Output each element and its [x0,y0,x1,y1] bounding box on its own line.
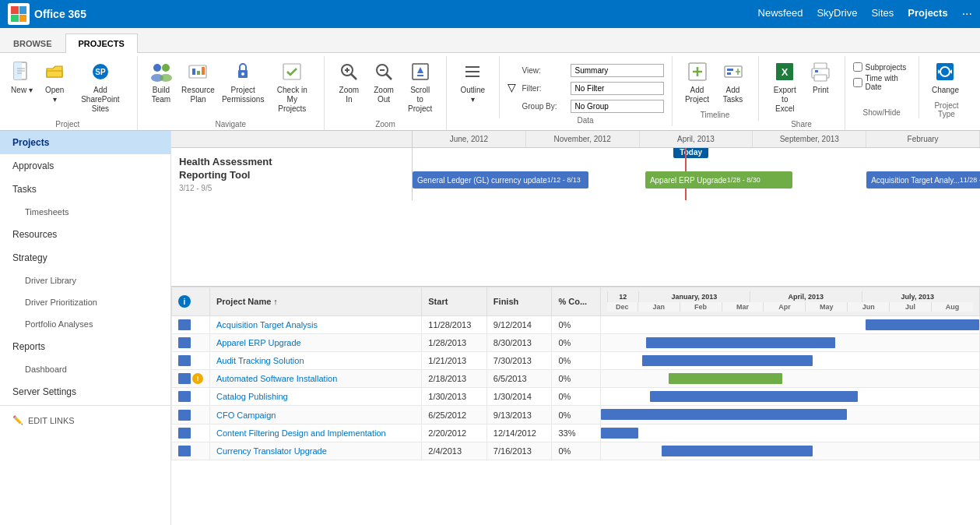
gantt-mini-bar [650,391,858,402]
nav-skydrive[interactable]: SkyDrive [817,7,857,21]
row-pct-cell: 0% [552,388,600,406]
row-pct-cell: 0% [552,352,600,370]
build-team-button[interactable]: BuildTeam [146,56,177,107]
svg-point-15 [160,74,172,82]
sidebar-item-portfolio-analyses[interactable]: Portfolio Analyses [0,313,170,335]
row-name-cell[interactable]: Audit Tracking Solution [210,352,422,370]
nav-sites[interactable]: Sites [871,7,894,21]
project-permissions-button[interactable]: ProjectPermissions [220,56,267,107]
row-icon-cell [172,316,210,334]
edit-links[interactable]: ✏️ EDIT LINKS [0,407,170,433]
group-dropdown-row: Group By: No Group [522,100,664,113]
sidebar-item-driver-library[interactable]: Driver Library [0,270,170,291]
project-link[interactable]: Audit Tracking Solution [216,356,304,365]
row-name-cell[interactable]: Content Filtering Design and Implementat… [210,424,422,442]
table-row: Content Filtering Design and Implementat… [172,424,980,442]
time-with-date-label: Time with Date [866,74,911,91]
print-button[interactable]: Print [805,56,836,98]
row-pct-cell: 0% [552,442,600,460]
project-group-label: Project [6,117,129,130]
project-icon [178,428,191,439]
showhide-group-label: Show/Hide [853,105,911,118]
resource-plan-icon [185,59,210,84]
col-start[interactable]: Start [422,287,487,316]
gantt-left-spacer [171,131,413,147]
row-start-cell: 2/18/2013 [422,370,487,388]
sidebar-item-server-settings[interactable]: Server Settings [0,380,170,403]
main-layout: Projects Approvals Tasks Timesheets Reso… [0,131,980,525]
nav-projects[interactable]: Projects [908,7,947,21]
ribbon-group-timeline: AddProject AddTasks Timeline [673,56,759,121]
svg-rect-49 [815,70,818,72]
gantt-bar-apparel[interactable]: Apparel ERP Upgrade1/28 - 8/30 [645,171,793,189]
group-select[interactable]: No Group [571,100,664,113]
project-link[interactable]: Acquisition Target Analysis [216,320,318,329]
project-link[interactable]: Apparel ERP Upgrade [216,338,301,347]
ribbon-group-project: New ▾ Open ▾ SP Add SharePointSites Proj… [6,56,138,130]
sidebar-item-tasks[interactable]: Tasks [0,178,170,201]
row-name-cell[interactable]: Currency Translator Upgrade [210,442,422,460]
scroll-to-button[interactable]: Scroll toProject [402,56,438,117]
zoom-out-button[interactable]: ZoomOut [367,56,401,107]
outline-button[interactable]: Outline ▾ [455,56,491,107]
row-start-cell: 1/30/2013 [422,388,487,406]
row-gantt-cell [600,316,979,334]
row-name-cell[interactable]: Acquisition Target Analysis [210,316,422,334]
sidebar-item-approvals[interactable]: Approvals [0,154,170,178]
sidebar-item-projects[interactable]: Projects [0,131,170,154]
row-name-cell[interactable]: CFO Campaign [210,406,422,424]
sidebar-item-driver-prioritization[interactable]: Driver Prioritization [0,291,170,313]
check-in-button[interactable]: Check in MyProjects [269,56,316,117]
outline-group-label [455,114,491,118]
sidebar-item-timesheets[interactable]: Timesheets [0,201,170,223]
time-with-date-checkbox[interactable] [853,78,862,87]
gantt-bar-gl[interactable]: General Ledger (GL) currency update1/12 … [413,171,588,189]
row-start-cell: 2/4/2013 [422,442,487,460]
zoom-in-button[interactable]: ZoomIn [332,56,366,107]
row-name-cell[interactable]: Catalog Publishing [210,388,422,406]
gantt-bar-acquisition[interactable]: Acquisition Target Analy...11/28 - 9/12 [866,171,980,189]
sidebar-item-dashboard[interactable]: Dashboard [0,358,170,380]
export-excel-button[interactable]: X Export toExcel [767,56,804,117]
office-logo[interactable]: Office 365 [8,3,86,25]
project-link[interactable]: Catalog Publishing [216,392,288,401]
row-gantt-cell [600,352,979,370]
view-select[interactable]: Summary [571,64,664,77]
sidebar-item-strategy[interactable]: Strategy [0,246,170,270]
row-name-cell[interactable]: Automated Software Installation [210,370,422,388]
subprojects-checkbox[interactable] [853,62,862,72]
add-sharepoint-button[interactable]: SP Add SharePointSites [72,56,128,117]
tab-projects[interactable]: PROJECTS [65,33,138,53]
project-link[interactable]: CFO Campaign [216,410,276,420]
gantt-subtitle: 3/12 - 9/5 [179,184,404,192]
tab-browse[interactable]: BROWSE [0,33,65,53]
table-row: Catalog Publishing1/30/20131/30/20140% [172,388,980,406]
open-button[interactable]: Open ▾ [39,56,70,107]
project-icon [178,337,191,348]
new-button[interactable]: New ▾ [6,56,37,98]
export-excel-label: Export toExcel [771,86,799,114]
nav-more[interactable]: ··· [962,7,972,21]
check-in-label: Check in MyProjects [273,86,311,114]
gantt-right-panel: Today General Ledger (GL) currency updat… [413,148,980,200]
svg-rect-0 [11,6,19,14]
svg-rect-48 [814,75,827,81]
svg-rect-2 [11,15,19,22]
project-icon [178,446,191,456]
col-pct[interactable]: % Co... [552,287,600,316]
change-button[interactable]: Change [927,56,964,98]
filter-select[interactable]: No Filter [571,82,664,95]
resource-plan-button[interactable]: ResourcePlan [178,56,217,107]
sidebar-item-resources[interactable]: Resources [0,223,170,246]
nav-newsfeed[interactable]: Newsfeed [758,7,803,21]
project-link[interactable]: Currency Translator Upgrade [216,446,327,456]
sidebar-item-reports[interactable]: Reports [0,335,170,358]
project-link[interactable]: Content Filtering Design and Implementat… [216,428,386,438]
row-name-cell[interactable]: Apparel ERP Upgrade [210,334,422,352]
ribbon-zoom-items: ZoomIn ZoomOut Scroll toProject [332,56,438,117]
col-project-name[interactable]: Project Name ↑ [210,287,422,316]
project-link[interactable]: Automated Software Installation [216,374,337,383]
add-project-button[interactable]: AddProject [680,56,715,107]
add-tasks-button[interactable]: AddTasks [716,56,750,107]
col-finish[interactable]: Finish [486,287,552,316]
